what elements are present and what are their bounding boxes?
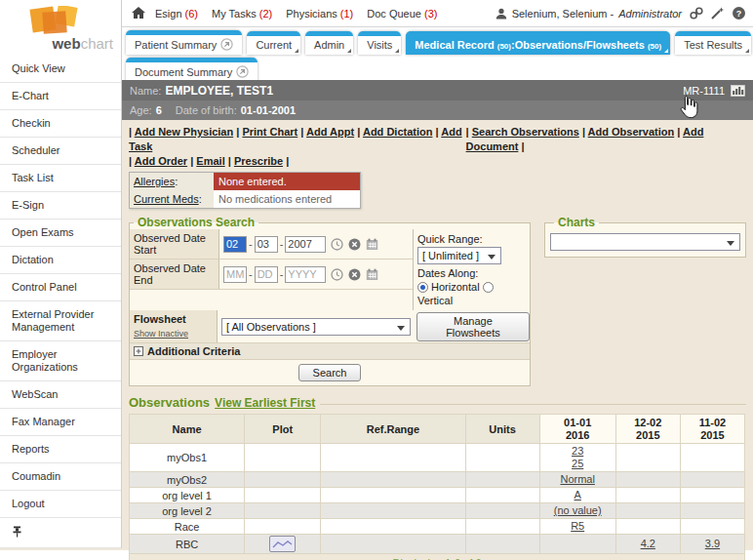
- clock-icon[interactable]: [331, 238, 343, 251]
- observations-title: Observations: [129, 395, 210, 410]
- popout-icon[interactable]: [236, 65, 249, 78]
- user-menu[interactable]: Selenium, Selenium - Administrator: [495, 8, 682, 20]
- table-row: org level 2 (no value): [130, 503, 745, 519]
- col-plot: Plot: [245, 415, 321, 444]
- col-ref-range: Ref.Range: [321, 415, 465, 444]
- link-add-observation[interactable]: Add Observation: [588, 126, 675, 138]
- calendar-icon[interactable]: [366, 268, 378, 281]
- end-day-input[interactable]: [255, 266, 278, 283]
- sidebar-item-e-sign[interactable]: E-Sign: [0, 192, 121, 220]
- end-month-input[interactable]: [223, 266, 247, 283]
- link-add-new-physician[interactable]: Add New Physician: [135, 126, 233, 138]
- tab-patient-summary[interactable]: Patient Summary: [126, 30, 242, 55]
- sidebar-item-logout[interactable]: Logout: [0, 491, 121, 518]
- horizontal-label: Horizontal: [431, 281, 480, 293]
- home-icon[interactable]: [132, 7, 145, 20]
- link-search-observations[interactable]: Search Observations: [472, 126, 579, 138]
- wand-icon[interactable]: [711, 7, 725, 20]
- start-year-input[interactable]: [285, 236, 326, 253]
- obs-value-link[interactable]: 25: [572, 458, 583, 470]
- sidebar-item-fax-manager[interactable]: Fax Manager: [0, 409, 121, 436]
- horizontal-radio[interactable]: [417, 282, 428, 293]
- nav-esign[interactable]: Esign (6): [155, 8, 198, 20]
- sidebar-item-checkin[interactable]: Checkin: [0, 110, 121, 138]
- sidebar-item-dictation[interactable]: Dictation: [0, 247, 121, 274]
- tab-current[interactable]: Current: [247, 31, 300, 55]
- sidebar-item-coumadin[interactable]: Coumadin: [0, 463, 121, 491]
- sidebar-item-task-list[interactable]: Task List: [0, 165, 121, 192]
- tab-admin[interactable]: Admin: [305, 31, 353, 55]
- nav-doc-queue[interactable]: Doc Queue (3): [367, 8, 437, 20]
- additional-criteria-label: Additional Criteria: [147, 345, 240, 357]
- sidebar-item-scheduler[interactable]: Scheduler: [0, 138, 121, 165]
- allergies-label[interactable]: Allergies: [134, 176, 175, 187]
- link-add-order[interactable]: Add Order: [135, 155, 187, 167]
- start-month-input[interactable]: [223, 236, 247, 253]
- search-button[interactable]: Search: [298, 364, 362, 381]
- chart-links-row2: Add Order Email Prescribe: [129, 154, 746, 169]
- sparkline-plot-button[interactable]: [269, 536, 296, 552]
- sidebar-item-webscan[interactable]: WebScan: [0, 381, 121, 409]
- col-date-2015-11-02[interactable]: 11-022015: [680, 415, 744, 444]
- tab-document-summary[interactable]: Document Summary: [126, 58, 258, 82]
- sidebar-item-quick-view[interactable]: Quick View: [0, 56, 121, 83]
- age-label: Age:: [130, 104, 152, 116]
- sidebar-item-reports[interactable]: Reports: [0, 436, 121, 463]
- tab-test-results[interactable]: Test Results: [675, 31, 751, 55]
- view-earliest-first-link[interactable]: View Earliest First: [215, 396, 315, 410]
- dropdown-corner-icon: [295, 49, 298, 53]
- sidebar-item-e-chart[interactable]: E-Chart: [0, 83, 121, 110]
- sidebar-item-control-panel[interactable]: Control Panel: [0, 274, 121, 301]
- charts-select[interactable]: [550, 233, 740, 251]
- table-row: myObs2 Normal: [130, 472, 745, 488]
- pin-icon: [12, 526, 22, 538]
- clear-date-icon[interactable]: [348, 268, 361, 281]
- tab-medical-record-observations[interactable]: Medical Record (50):Observations/Flowshe…: [406, 31, 670, 55]
- col-date-2015-12-02[interactable]: 12-022015: [615, 415, 680, 444]
- current-meds-row: Current Meds: No medications entered: [130, 190, 360, 208]
- additional-criteria-toggle[interactable]: Additional Criteria: [130, 343, 530, 360]
- dates-along-label: Dates Along:: [417, 266, 526, 280]
- nav-my-tasks[interactable]: My Tasks (2): [212, 8, 272, 20]
- quick-links-icon[interactable]: [690, 7, 703, 20]
- obs-value-link[interactable]: Normal: [560, 473, 594, 486]
- flowsheet-select[interactable]: [ All Observations ]: [221, 318, 411, 336]
- clock-icon[interactable]: [331, 268, 343, 281]
- obs-value-link[interactable]: (no value): [554, 504, 602, 517]
- obs-value-link[interactable]: 23: [572, 445, 583, 458]
- obs-name: RBC: [130, 535, 245, 554]
- quick-range-select[interactable]: [ Unlimited ]: [417, 247, 501, 264]
- show-inactive-link[interactable]: Show Inactive: [134, 328, 188, 340]
- popout-icon[interactable]: [220, 38, 233, 51]
- help-icon[interactable]: ?: [733, 7, 745, 20]
- sidebar-pin-toggle[interactable]: [0, 518, 121, 548]
- tab-bar: Patient Summary Current Admin Visits Med…: [122, 28, 753, 80]
- nav-physicians[interactable]: Physicians (1): [286, 8, 353, 20]
- patient-header-row1: Name: EMPLOYEE, TEST1 MR-1111: [122, 80, 753, 100]
- obs-value-link[interactable]: R5: [571, 520, 584, 533]
- link-add-dictation[interactable]: Add Dictation: [363, 126, 433, 138]
- sidebar-item-open-exams[interactable]: Open Exams: [0, 220, 121, 247]
- calendar-icon[interactable]: [366, 238, 378, 251]
- start-day-input[interactable]: [255, 236, 278, 253]
- end-year-input[interactable]: [285, 266, 326, 283]
- patient-age: 6: [156, 104, 162, 116]
- chart-summary-icon[interactable]: [731, 85, 745, 97]
- obs-value-link[interactable]: 4.2: [641, 538, 655, 550]
- col-date-2016-01-01[interactable]: 01-012016: [539, 415, 615, 444]
- link-add-appt[interactable]: Add Appt: [306, 126, 354, 138]
- expand-icon: [134, 346, 143, 356]
- tab-visits[interactable]: Visits: [358, 31, 401, 55]
- link-prescribe[interactable]: Prescribe: [234, 155, 283, 167]
- current-meds-label[interactable]: Current Meds: [134, 193, 199, 205]
- obs-value-link[interactable]: 3.9: [705, 538, 720, 550]
- obs-value-link[interactable]: A: [575, 489, 581, 501]
- clear-date-icon[interactable]: [348, 238, 361, 251]
- sidebar-item-employer-organizations[interactable]: Employer Organizations: [0, 341, 121, 381]
- manage-flowsheets-button[interactable]: Manage Flowsheets: [416, 312, 530, 341]
- link-email[interactable]: Email: [196, 155, 224, 167]
- sidebar-item-external-provider-management[interactable]: External Provider Management: [0, 301, 121, 341]
- link-print-chart[interactable]: Print Chart: [242, 126, 297, 138]
- vertical-label: Vertical: [417, 294, 526, 307]
- vertical-radio[interactable]: [483, 282, 494, 293]
